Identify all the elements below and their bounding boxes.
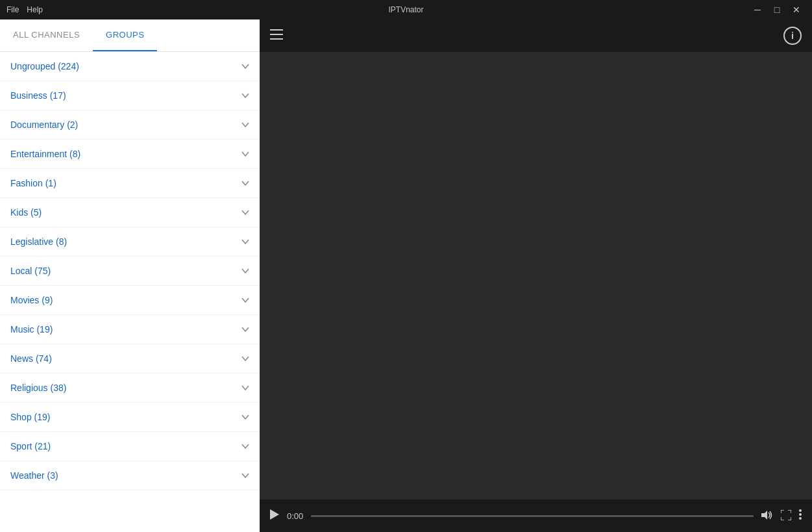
chevron-down-icon <box>241 62 249 71</box>
group-label: Kids (5) <box>10 207 42 218</box>
fullscreen-icon[interactable] <box>781 510 791 522</box>
chevron-down-icon <box>241 354 249 363</box>
group-label: Documentary (2) <box>10 120 78 130</box>
svg-point-6 <box>799 513 802 516</box>
chevron-down-icon <box>241 296 249 305</box>
main-content: ALL CHANNELS GROUPS Ungrouped (224)Busin… <box>0 19 812 532</box>
group-list: Ungrouped (224)Business (17)Documentary … <box>0 52 260 532</box>
info-icon-label: i <box>791 31 794 41</box>
time-display: 0:00 <box>287 511 303 521</box>
group-list-item[interactable]: Sport (21) <box>0 432 260 461</box>
help-menu[interactable]: Help <box>27 5 43 14</box>
chevron-down-icon <box>241 471 249 480</box>
tab-groups[interactable]: GROUPS <box>93 19 157 51</box>
chevron-down-icon <box>241 179 249 188</box>
group-list-item[interactable]: Kids (5) <box>0 198 260 227</box>
group-label: Music (19) <box>10 324 53 335</box>
group-list-item[interactable]: Documentary (2) <box>0 110 260 140</box>
group-list-item[interactable]: Fashion (1) <box>0 169 260 198</box>
group-label: Sport (21) <box>10 441 51 451</box>
group-list-item[interactable]: Local (75) <box>0 257 260 286</box>
tab-all-channels[interactable]: ALL CHANNELS <box>0 19 93 51</box>
title-bar: File Help IPTVnator ─ □ ✕ <box>0 0 812 19</box>
info-icon[interactable]: i <box>783 27 802 45</box>
group-label: Shop (19) <box>10 412 50 422</box>
group-label: Religious (38) <box>10 383 66 393</box>
volume-icon[interactable] <box>761 511 773 522</box>
file-menu[interactable]: File <box>6 5 19 14</box>
chevron-down-icon <box>241 325 249 334</box>
group-label: Fashion (1) <box>10 178 56 188</box>
minimize-button[interactable]: ─ <box>748 3 767 17</box>
svg-rect-2 <box>270 38 283 40</box>
group-list-item[interactable]: Weather (3) <box>0 461 260 490</box>
title-bar-menu-group: File Help <box>6 5 43 14</box>
chevron-down-icon <box>241 412 249 422</box>
group-label: Movies (9) <box>10 295 53 305</box>
svg-rect-1 <box>270 34 283 35</box>
group-label: Legislative (8) <box>10 236 67 247</box>
svg-point-7 <box>799 517 802 520</box>
window-controls: ─ □ ✕ <box>748 3 806 17</box>
chevron-down-icon <box>241 266 249 275</box>
group-label: Business (17) <box>10 90 66 101</box>
chevron-down-icon <box>241 237 249 246</box>
close-button[interactable]: ✕ <box>787 3 806 17</box>
group-label: Local (75) <box>10 266 51 276</box>
group-list-item[interactable]: Movies (9) <box>0 286 260 315</box>
group-list-item[interactable]: Business (17) <box>0 81 260 110</box>
video-area[interactable] <box>260 52 812 500</box>
sidebar: ALL CHANNELS GROUPS Ungrouped (224)Busin… <box>0 19 260 532</box>
more-options-icon[interactable] <box>799 509 802 522</box>
group-label: Ungrouped (224) <box>10 61 79 71</box>
chevron-down-icon <box>241 442 249 451</box>
chevron-down-icon <box>241 208 249 217</box>
video-toolbar: i <box>260 19 812 52</box>
group-list-item[interactable]: Ungrouped (224) <box>0 52 260 81</box>
group-list-item[interactable]: Religious (38) <box>0 374 260 403</box>
group-list-item[interactable]: News (74) <box>0 344 260 374</box>
svg-marker-3 <box>270 509 279 520</box>
maximize-button[interactable]: □ <box>768 3 786 17</box>
svg-rect-0 <box>270 29 283 31</box>
play-button[interactable] <box>270 509 279 522</box>
chevron-down-icon <box>241 383 249 392</box>
progress-bar[interactable] <box>311 515 754 517</box>
sidebar-tabs: ALL CHANNELS GROUPS <box>0 19 260 52</box>
chevron-down-icon <box>241 149 249 158</box>
group-list-item[interactable]: Music (19) <box>0 315 260 344</box>
video-controls: 0:00 <box>260 500 812 532</box>
group-label: Weather (3) <box>10 470 58 481</box>
group-label: News (74) <box>10 353 52 364</box>
group-list-item[interactable]: Legislative (8) <box>0 227 260 257</box>
group-label: Entertainment (8) <box>10 149 80 159</box>
group-list-item[interactable]: Entertainment (8) <box>0 140 260 169</box>
chevron-down-icon <box>241 120 249 129</box>
chevron-down-icon <box>241 91 249 100</box>
svg-point-5 <box>799 509 802 512</box>
app-title: IPTVnator <box>388 5 423 14</box>
hamburger-icon[interactable] <box>270 29 283 43</box>
svg-marker-4 <box>761 511 767 520</box>
video-panel: i 0:00 <box>260 19 812 532</box>
group-list-item[interactable]: Shop (19) <box>0 403 260 432</box>
